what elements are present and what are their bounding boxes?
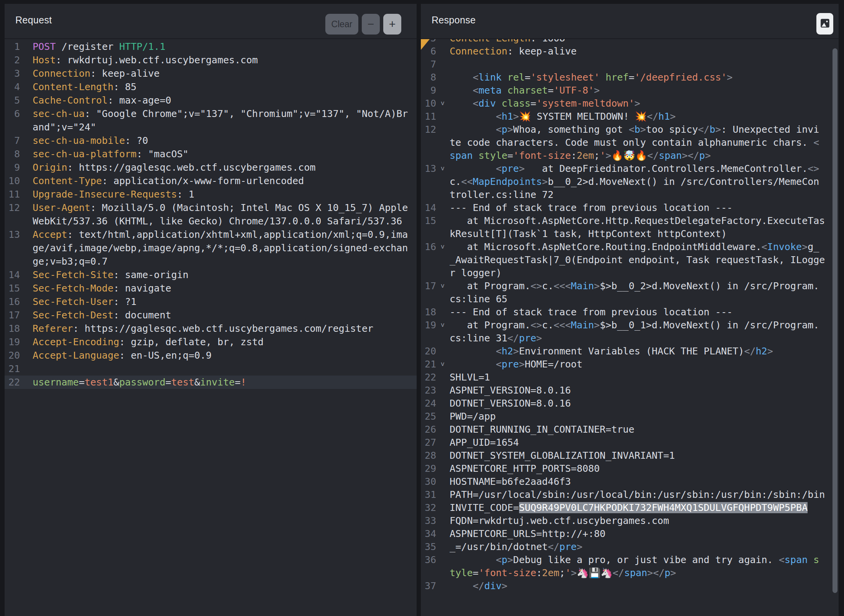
code-line-text: <pre> at DeepFriedinator.Controllers.Mem… xyxy=(450,162,825,201)
code-line-text: Cache-Control: max-age=0 xyxy=(33,94,408,107)
code-line-text: sec-ch-ua-platform: "macOS" xyxy=(33,147,408,161)
fold-chevron-icon[interactable]: v xyxy=(441,243,445,250)
code-line: 5Content-Length: 1608 xyxy=(421,39,839,45)
code-line-text: sec-ch-ua-mobile: ?0 xyxy=(33,134,408,147)
line-number: 22 xyxy=(5,376,20,389)
line-number: 26 xyxy=(421,423,436,436)
code-line: 10v <div class='system-meltdown'> xyxy=(421,97,839,110)
line-number: 7 xyxy=(5,134,20,147)
code-line-text: Accept-Language: en-US,en;q=0.9 xyxy=(33,349,408,362)
code-line-text: _=/usr/bin/dotnet</pre> xyxy=(450,540,825,553)
code-line-text: FQDN=rwkdrtuj.web.ctf.uscybergames.com xyxy=(450,514,825,527)
fold-chevron-icon[interactable]: v xyxy=(441,321,445,328)
code-line-text: INVITE_CODE=SUQ9R49PV0LC7HKPODKI732FWH4M… xyxy=(450,501,825,514)
line-number: 21v xyxy=(421,358,436,371)
line-number: 14 xyxy=(421,201,436,214)
line-number: 16 xyxy=(5,295,20,308)
code-line-text: PWD=/app xyxy=(450,410,825,423)
line-number: 25 xyxy=(421,410,436,423)
code-line: 3Connection: keep-alive xyxy=(5,67,417,80)
code-line: 13Accept: text/html,application/xhtml+xm… xyxy=(5,228,417,268)
response-scrollbar[interactable] xyxy=(832,48,837,593)
code-line: 11 <h1>💥 SYSTEM MELTDOWN! 💥</h1> xyxy=(421,110,839,123)
fold-chevron-icon[interactable]: v xyxy=(441,282,445,289)
code-line: 2Host: rwkdrtuj.web.ctf.uscybergames.com xyxy=(5,53,417,67)
code-line: 17Sec-Fetch-Dest: document xyxy=(5,308,417,322)
fold-chevron-icon[interactable]: v xyxy=(441,165,445,171)
response-code-lines: 5Content-Length: 16086Connection: keep-a… xyxy=(421,39,839,593)
code-line: 11Upgrade-Insecure-Requests: 1 xyxy=(5,188,417,201)
line-number: 27 xyxy=(421,436,436,449)
code-line: 12User-Agent: Mozilla/5.0 (Macintosh; In… xyxy=(5,201,417,228)
line-number: 8 xyxy=(421,71,436,84)
code-line-text: Origin: https://gaglesqc.web.ctf.uscyber… xyxy=(33,161,408,174)
code-line-text: SHLVL=1 xyxy=(450,371,825,384)
request-editor[interactable]: 1POST /register HTTP/1.12Host: rwkdrtuj.… xyxy=(5,40,417,616)
fold-chevron-icon[interactable]: v xyxy=(441,361,445,367)
code-line-text: Connection: keep-alive xyxy=(33,67,408,80)
decrease-font-button[interactable]: − xyxy=(362,14,380,35)
code-line-text: --- End of stack trace from previous loc… xyxy=(450,306,825,319)
code-line: 16v at Microsoft.AspNetCore.Routing.Endp… xyxy=(421,240,839,280)
line-number: 30 xyxy=(421,475,436,488)
code-line: 29ASPNETCORE_HTTP_PORTS=8080 xyxy=(421,462,839,475)
code-line-text: Upgrade-Insecure-Requests: 1 xyxy=(33,188,408,201)
request-panel: Request Clear − + 1POST /register HTTP/1… xyxy=(5,4,417,616)
render-image-button[interactable] xyxy=(816,13,833,35)
increase-font-button[interactable]: + xyxy=(383,14,401,35)
code-line-text: <link rel='stylesheet' href='/deepfried.… xyxy=(450,71,825,84)
code-line: 20Accept-Language: en-US,en;q=0.9 xyxy=(5,349,417,362)
line-number: 8 xyxy=(5,147,20,161)
code-line-text: User-Agent: Mozilla/5.0 (Macintosh; Inte… xyxy=(33,201,408,228)
code-line: 9Origin: https://gaglesqc.web.ctf.uscybe… xyxy=(5,161,417,174)
code-line-text: DOTNET_VERSION=8.0.16 xyxy=(450,397,825,410)
code-line-text: ASPNETCORE_URLS=http://+:80 xyxy=(450,527,825,540)
line-number: 9 xyxy=(5,161,20,174)
line-number: 13v xyxy=(421,162,436,175)
line-number: 3 xyxy=(5,67,20,80)
code-line-text xyxy=(33,362,408,376)
code-line: 12 <p>Whoa, something got <b>too spicy</… xyxy=(421,123,839,162)
code-line: 7sec-ch-ua-mobile: ?0 xyxy=(5,134,417,147)
request-title: Request xyxy=(15,15,52,26)
code-line: 33FQDN=rwkdrtuj.web.ctf.uscybergames.com xyxy=(421,514,839,527)
code-line-text: Sec-Fetch-Dest: document xyxy=(33,308,408,322)
line-number: 17 xyxy=(5,308,20,322)
request-toolbar: Clear − + xyxy=(325,14,401,35)
code-line: 15Sec-Fetch-Mode: navigate xyxy=(5,282,417,295)
fold-chevron-icon[interactable]: v xyxy=(441,100,445,106)
code-line-text: </div> xyxy=(450,580,825,593)
code-line-text: <p>Whoa, something got <b>too spicy</b>:… xyxy=(450,123,825,162)
request-code-lines: 1POST /register HTTP/1.12Host: rwkdrtuj.… xyxy=(5,40,417,389)
response-editor[interactable]: 5Content-Length: 16086Connection: keep-a… xyxy=(421,39,839,616)
line-number: 20 xyxy=(5,349,20,362)
code-line-text: sec-ch-ua: "Google Chrome";v="137", "Chr… xyxy=(33,107,408,134)
code-line-text: Connection: keep-alive xyxy=(450,45,825,58)
truncation-fold-marker-icon xyxy=(421,39,430,50)
line-number: 1 xyxy=(5,40,20,53)
line-number: 6 xyxy=(5,107,20,120)
code-line-text: <p>Debug like a pro, or just vibe and tr… xyxy=(450,553,825,580)
code-line-text: Content-Length: 85 xyxy=(33,80,408,94)
code-line-text: <meta charset='UTF-8'> xyxy=(450,84,825,97)
code-line-text: Content-Length: 1608 xyxy=(450,39,825,45)
code-line-text: APP_UID=1654 xyxy=(450,436,825,449)
code-line-text: at Program.<>c.<<<Main>$>b__0_2>d.MoveNe… xyxy=(450,280,825,306)
code-line-text: ASPNET_VERSION=8.0.16 xyxy=(450,384,825,397)
line-number: 4 xyxy=(5,80,20,94)
line-number: 34 xyxy=(421,527,436,540)
code-line: 34ASPNETCORE_URLS=http://+:80 xyxy=(421,527,839,540)
code-line-text: Accept-Encoding: gzip, deflate, br, zstd xyxy=(33,335,408,349)
line-number: 12 xyxy=(421,123,436,136)
code-line: 20 <h2>Environment Variables (HACK THE P… xyxy=(421,345,839,358)
line-number: 13 xyxy=(5,228,20,241)
image-icon xyxy=(820,18,830,30)
line-number: 11 xyxy=(5,188,20,201)
code-line: 27APP_UID=1654 xyxy=(421,436,839,449)
code-line-text: <h2>Environment Variables (HACK THE PLAN… xyxy=(450,345,825,358)
code-line: 4Content-Length: 85 xyxy=(5,80,417,94)
line-number: 31 xyxy=(421,488,436,501)
code-line-text: <div class='system-meltdown'> xyxy=(450,97,825,110)
code-line: 25PWD=/app xyxy=(421,410,839,423)
clear-button[interactable]: Clear xyxy=(325,14,358,35)
